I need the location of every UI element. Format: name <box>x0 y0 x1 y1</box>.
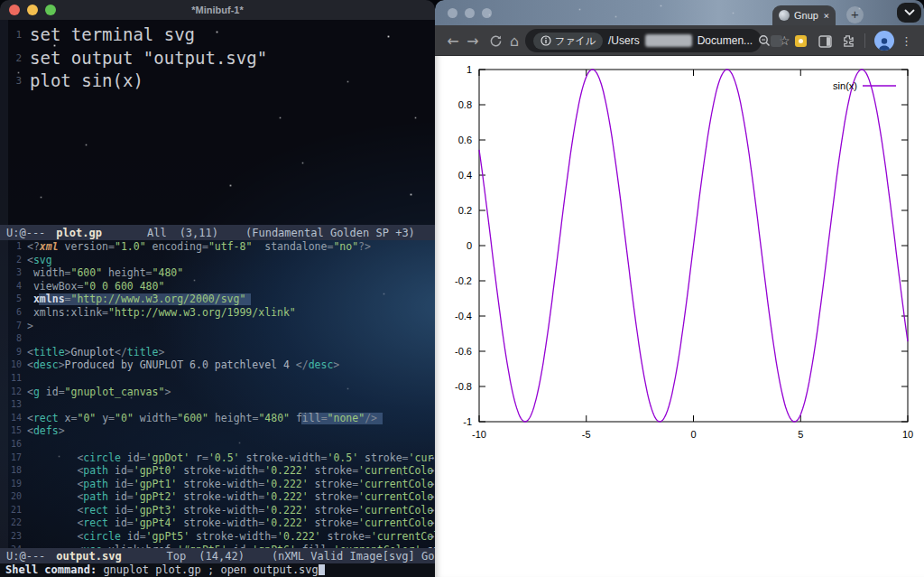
address-bar[interactable]: ファイル /Users Documen... ☆ <box>525 29 762 52</box>
modeline-position: Top <box>167 550 187 563</box>
extensions-puzzle-icon[interactable] <box>841 34 855 51</box>
emacs-window: *Minibuf-1* 1set terminal svg2set output… <box>0 0 435 577</box>
code-line: 17 <circle id='gpDot' r='0.5' stroke-wid… <box>0 451 435 465</box>
screen: *Minibuf-1* 1set terminal svg2set output… <box>0 0 924 577</box>
close-window-button[interactable] <box>9 5 20 15</box>
code-line: 8 <box>0 332 435 346</box>
output-svg-buffer[interactable]: 1<?xml version="1.0" encoding="utf-8" st… <box>0 240 435 548</box>
minibuffer-prompt: Shell command: <box>5 563 103 576</box>
reload-button[interactable] <box>485 25 505 56</box>
code-line: 6 xmlns:xlink="http://www.w3.org/1999/xl… <box>0 306 435 320</box>
tab-strip[interactable]: Gnupl × + <box>435 0 924 25</box>
svg-text:10: 10 <box>902 429 913 440</box>
code-line: 3 width="600" height="480" <box>0 266 435 280</box>
tab-search-button[interactable] <box>897 3 921 23</box>
svg-text:-0.4: -0.4 <box>455 311 472 321</box>
browser-menu-button[interactable]: ⋮ <box>901 25 912 56</box>
truncation-arrow-icon: → <box>429 504 434 517</box>
code-line: 23 <circle id='gpPt5' stroke-width='0.22… <box>0 530 435 544</box>
modeline-position: All <box>147 227 167 239</box>
code-line: 2set output "output.svg" <box>0 47 435 70</box>
modeline-line-col: (14,42) <box>199 550 245 563</box>
svg-text:-0.6: -0.6 <box>455 346 472 357</box>
modeline-major-mode: (Fundamental Golden SP +3) <box>245 227 415 239</box>
code-line: 5 xmlns="http://www.w3.org/2000/svg" <box>0 293 435 306</box>
zoom-magnifier-icon[interactable] <box>758 34 771 47</box>
page-content[interactable]: -10-5051010.80.60.40.20-0.2-0.4-0.6-0.8-… <box>435 56 924 577</box>
modeline-output-svg[interactable]: U:@--- output.svg Top (14,42) (nXML Vali… <box>0 548 435 563</box>
reload-icon <box>489 34 503 48</box>
close-tab-icon[interactable]: × <box>823 10 829 22</box>
forward-button[interactable]: → <box>463 25 483 56</box>
code-line: 9<title>Gnuplot</title> <box>0 346 435 359</box>
url-text-prefix: /Users <box>608 34 640 47</box>
close-window-button[interactable] <box>448 8 457 18</box>
code-line: 10<desc>Produced by GNUPLOT 6.0 patchlev… <box>0 358 435 372</box>
code-line: 4 viewBox="0 0 600 480" <box>0 280 435 293</box>
minimize-window-button[interactable] <box>27 5 38 15</box>
svg-text:-0.8: -0.8 <box>455 381 472 392</box>
emacs-fringe <box>0 20 8 548</box>
svg-text:sin(x): sin(x) <box>833 80 857 91</box>
code-line: 2<svg <box>0 254 435 267</box>
new-tab-button[interactable]: + <box>846 6 864 23</box>
wallpaper-stars <box>0 0 1 1</box>
svg-text:-10: -10 <box>472 429 486 440</box>
redacted-path-segment <box>645 34 692 47</box>
code-line: 22 <rect id='gpPt4' stroke-width='0.222'… <box>0 517 435 530</box>
modeline-buffer-name: output.svg <box>56 550 121 563</box>
browser-toolbar: ← → ⌂ ファイル /Users Documen <box>435 25 924 56</box>
sidebar-icon[interactable] <box>818 34 832 51</box>
truncation-arrow-icon: → <box>429 490 434 504</box>
code-line: 1set terminal svg <box>0 23 435 47</box>
emacs-titlebar[interactable]: *Minibuf-1* <box>0 0 435 20</box>
code-line: 16 <box>0 438 435 451</box>
code-line: 11 <box>0 372 435 386</box>
modeline-buffer-name: plot.gp <box>56 227 102 239</box>
home-button[interactable]: ⌂ <box>504 25 524 56</box>
svg-text:0.2: 0.2 <box>458 205 472 216</box>
code-line: 15<defs> <box>0 424 435 438</box>
truncation-arrow-icon: → <box>429 478 434 491</box>
zoom-window-button[interactable] <box>45 5 56 15</box>
svg-text:0: 0 <box>467 240 472 251</box>
code-line: 1<?xml version="1.0" encoding="utf-8" st… <box>0 240 435 254</box>
text-cursor <box>319 564 325 575</box>
gnuplot-script-buffer[interactable]: 1set terminal svg2set output "output.svg… <box>0 20 435 225</box>
url-text-suffix: Documen... <box>698 34 753 47</box>
modeline-major-mode: (nXML Valid Image[svg] Golden SP <box>272 550 435 563</box>
svg-text:-1: -1 <box>463 416 472 427</box>
chevron-down-icon <box>904 9 915 16</box>
person-icon <box>876 36 892 51</box>
modeline-plot-gp[interactable]: U:@--- plot.gp All (3,11) (Fundamental G… <box>0 225 435 240</box>
yellow-extension-icon[interactable] <box>795 35 807 47</box>
tab-gnuplot[interactable]: Gnupl × <box>772 5 836 25</box>
profile-avatar[interactable] <box>874 31 894 51</box>
truncation-arrow-icon: → <box>429 464 434 478</box>
svg-text:1: 1 <box>467 64 472 75</box>
toolbar-separator <box>864 33 865 48</box>
dimmed-extension-icon[interactable] <box>771 35 782 47</box>
code-line: 19 <path id='gpPt1' stroke-width='0.222'… <box>0 478 435 491</box>
truncation-arrow-icon: → <box>429 517 434 530</box>
minimize-window-button[interactable] <box>465 8 475 18</box>
code-line: 21 <rect id='gpPt3' stroke-width='0.222'… <box>0 504 435 517</box>
minibuffer[interactable]: Shell command: gnuplot plot.gp ; open ou… <box>0 563 435 577</box>
code-line: 12<g id="gnuplot_canvas"> <box>0 386 435 399</box>
minibuffer-input[interactable]: gnuplot plot.gp ; open output.svg <box>103 563 318 576</box>
svg-text:0.6: 0.6 <box>458 135 472 145</box>
sinx-plot: -10-5051010.80.60.40.20-0.2-0.4-0.6-0.8-… <box>435 56 924 577</box>
info-icon <box>541 35 551 46</box>
traffic-lights <box>9 5 56 15</box>
tab-favicon-icon <box>779 10 790 21</box>
modeline-flags: U:@--- <box>6 227 45 239</box>
window-title: *Minibuf-1* <box>191 5 243 15</box>
browser-window: Gnupl × + ← → ⌂ <box>435 0 924 577</box>
code-line: 7> <box>0 320 435 333</box>
back-button[interactable]: ← <box>443 25 463 56</box>
browser-traffic-lights <box>448 8 492 18</box>
code-line: 3plot sin(x) <box>0 70 435 93</box>
zoom-window-button[interactable] <box>482 8 492 18</box>
file-scheme-chip[interactable]: ファイル <box>533 33 603 50</box>
svg-text:0.4: 0.4 <box>458 170 472 181</box>
